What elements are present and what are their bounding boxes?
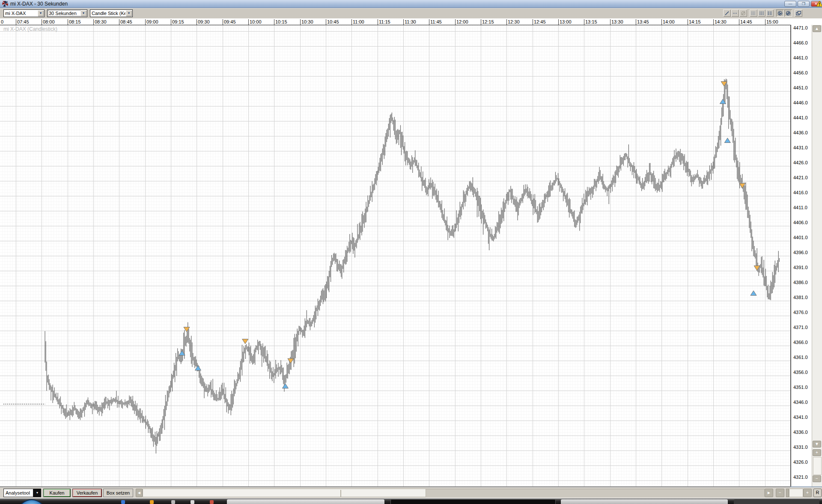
taskbar-window-button[interactable]: [734, 499, 819, 504]
y-axis-label: 4456.0: [793, 70, 808, 75]
symbol-dropdown[interactable]: mi X-DAX ▼: [3, 9, 45, 17]
y-axis-label: 4376.0: [793, 310, 808, 315]
x-axis-tick: [688, 19, 688, 25]
buy-button[interactable]: Kaufen: [43, 489, 71, 497]
x-axis-label: 08:45: [120, 19, 132, 24]
x-axis-label: 13:15: [585, 19, 597, 24]
interval-dropdown-value: 30 Sekunden: [49, 11, 80, 16]
y-axis-label: 4341.0: [793, 415, 808, 420]
x-axis-tick: [223, 19, 223, 25]
grid-style-dots-button[interactable]: [750, 9, 757, 17]
scroll-left-button[interactable]: ◄: [136, 489, 143, 497]
x-axis-label: 09:30: [198, 19, 210, 24]
x-axis-label: 09:00: [146, 19, 158, 24]
x-axis-label: 12:15: [482, 19, 494, 24]
x-axis-label: 13:45: [637, 19, 649, 24]
analysetool-dropdown[interactable]: Analysetool: [3, 489, 33, 497]
x-axis-tick: [403, 19, 404, 25]
x-axis-label: 10:00: [250, 19, 262, 24]
x-axis-tick: [326, 19, 326, 25]
x-axis-tick: [300, 19, 301, 25]
y-axis-label: 4421.0: [793, 175, 808, 180]
chart-canvas[interactable]: mi X-DAX (Candlestick): [0, 25, 790, 487]
vertical-scrollbar[interactable]: ▲ ▼ + −: [812, 25, 822, 486]
x-axis-tick: [197, 19, 197, 25]
taskbar-icon[interactable]: [121, 500, 125, 504]
x-axis-tick: [506, 19, 507, 25]
x-axis-tick: [274, 19, 274, 25]
x-axis-label: 14:45: [740, 19, 752, 24]
minimize-button[interactable]: —: [784, 1, 796, 7]
restore-button[interactable]: ❐: [798, 1, 810, 7]
price-chart[interactable]: [0, 25, 790, 486]
taskbar-icon[interactable]: [210, 500, 214, 504]
x-axis-label: 14:30: [715, 19, 727, 24]
grid-style-long-dashes-button[interactable]: [766, 9, 774, 17]
grid-style-dashes-icon: [759, 11, 764, 16]
taskbar-window-button[interactable]: [227, 499, 384, 504]
taskbar-window-button[interactable]: [561, 499, 728, 504]
taskbar-icon[interactable]: [191, 500, 194, 504]
interval-dropdown[interactable]: 30 Sekunden ▼: [47, 9, 87, 17]
scroll-right-button[interactable]: ►: [765, 489, 773, 497]
x-axis-tick: [739, 19, 739, 25]
x-axis-label: 11:30: [405, 19, 416, 24]
scroll-up-button[interactable]: ▲: [813, 25, 821, 32]
x-axis-label: 08:15: [69, 19, 81, 24]
box-setzen-button[interactable]: Box setzen: [103, 489, 133, 497]
dash-line-tool-icon: [733, 11, 738, 16]
y-axis-label: 4336.0: [793, 430, 808, 435]
x-axis-tick: [765, 19, 765, 25]
scroll-down-button[interactable]: ▼: [813, 441, 821, 448]
vertical-zoom-out-button[interactable]: −: [813, 475, 821, 482]
taskbar-icon[interactable]: [171, 500, 175, 504]
y-axis-label: 4436.0: [793, 130, 808, 135]
x-axis-tick: [145, 19, 146, 25]
line-tool-button[interactable]: [723, 9, 731, 17]
vertical-zoom-slider[interactable]: [813, 457, 822, 475]
y-axis-label: 4441.0: [793, 115, 808, 120]
grid-style-dashes-button[interactable]: [758, 9, 765, 17]
time-axis: 007:4508:0008:1508:3008:4509:0009:1509:3…: [0, 18, 790, 25]
horizontal-zoom-in-button[interactable]: +: [803, 489, 812, 497]
taskbar-window-button-active[interactable]: [390, 499, 556, 504]
x-axis-tick: [610, 19, 611, 25]
pattern-circle-dots-button[interactable]: [776, 9, 784, 17]
vertical-zoom-in-button[interactable]: +: [813, 449, 821, 456]
y-axis-label: 4321.0: [793, 474, 808, 480]
no-ellipse-tool-button[interactable]: [739, 9, 747, 17]
y-axis-label: 4416.0: [793, 190, 808, 195]
cascade-windows-button[interactable]: [795, 9, 802, 17]
dropdown-arrow-icon[interactable]: ▼: [126, 10, 132, 16]
x-axis-label: 11:00: [353, 19, 364, 24]
sell-button[interactable]: Verkaufen: [72, 489, 102, 497]
windows-taskbar[interactable]: [0, 498, 822, 504]
analysetool-dropdown-arrow[interactable]: ▼: [33, 489, 41, 497]
chart-type-dropdown[interactable]: Candle Stick (Kerzen ▼: [90, 9, 133, 17]
dropdown-arrow-icon[interactable]: ▼: [80, 10, 86, 16]
dash-line-tool-button[interactable]: [731, 9, 739, 17]
grid-style-long-dashes-icon: [767, 11, 772, 16]
horizontal-zoom-slider[interactable]: [789, 489, 803, 497]
no-ellipse-tool-icon: [741, 11, 746, 16]
horizontal-zoom-thumb[interactable]: [786, 489, 789, 497]
horizontal-scrollbar-track[interactable]: [143, 489, 765, 497]
horizontal-scrollbar-thumb[interactable]: [143, 489, 426, 497]
title-bar[interactable]: mi X-DAX - 30 Sekunden — ❐ ✕: [0, 0, 822, 8]
taskbar-icon[interactable]: [150, 500, 154, 504]
pattern-circle-hatch-button[interactable]: [784, 9, 792, 17]
x-axis-tick: [68, 19, 68, 25]
y-axis-label: 4371.0: [793, 325, 808, 330]
start-button[interactable]: [18, 499, 45, 504]
reset-button[interactable]: R: [813, 489, 822, 497]
y-axis-label: 4446.0: [793, 100, 808, 105]
line-tool-icon: [724, 11, 730, 16]
pattern-circle-hatch-icon: [786, 11, 791, 16]
warning-icon: [816, 0, 822, 7]
y-axis-label: 4361.0: [793, 355, 808, 360]
dropdown-arrow-icon[interactable]: ▼: [38, 10, 44, 16]
grid-style-dots-icon: [751, 11, 756, 16]
x-axis-label: 12:30: [508, 19, 520, 24]
horizontal-zoom-out-button[interactable]: −: [776, 489, 784, 497]
x-axis-tick: [119, 19, 119, 25]
